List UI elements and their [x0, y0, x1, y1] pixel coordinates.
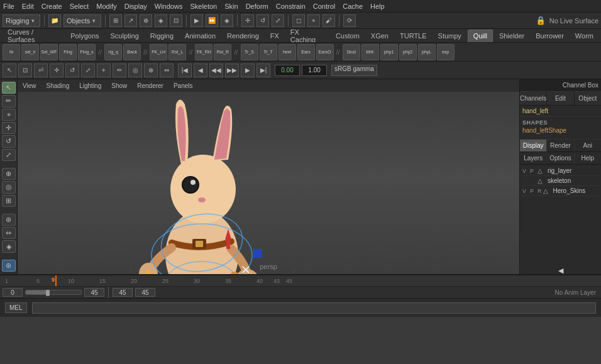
paint-tool-btn[interactable]: ✏	[113, 63, 126, 77]
shelf-studio-i[interactable]: Stud	[343, 44, 360, 60]
vp-menu-view[interactable]: View	[20, 82, 39, 90]
color-mode-btn[interactable]: sRGB gamma	[331, 65, 377, 76]
snap-view-btn[interactable]: ⊡	[170, 14, 182, 27]
opt-tab-options[interactable]: Options	[547, 152, 574, 164]
tab-fx[interactable]: FX	[265, 30, 284, 42]
mirror-btn-left[interactable]: ⇔	[2, 227, 16, 239]
move-mode-btn-left[interactable]: ✛	[2, 122, 16, 134]
shelf-fingers-sel[interactable]: Fing_s	[78, 44, 96, 60]
rotate-tool-btn-2[interactable]: ↺	[65, 63, 79, 77]
snap-btn-left[interactable]: ⊞	[2, 195, 16, 207]
shelf-trans-s[interactable]: Tr_S	[241, 44, 258, 60]
shelf-hi[interactable]: hi	[3, 44, 20, 60]
opt-tab-layers[interactable]: Layers	[520, 152, 547, 164]
menu-skeleton[interactable]: Skeleton	[190, 3, 217, 10]
menu-cache[interactable]: Cache	[343, 3, 363, 10]
snap-curve-btn[interactable]: ↗	[124, 14, 137, 27]
soft-sel-btn-left[interactable]: ◎	[2, 181, 16, 193]
scale-tool-btn-2[interactable]: ⤢	[81, 63, 95, 77]
pivot-btn-left[interactable]: ⊛	[2, 214, 16, 226]
menu-display[interactable]: Display	[124, 3, 147, 10]
render-btn[interactable]: ▶	[190, 14, 203, 27]
menu-modify[interactable]: Modify	[96, 3, 116, 10]
tab-fx-caching[interactable]: FX Caching	[285, 30, 329, 42]
anim-scale-input[interactable]	[302, 65, 327, 76]
shelf-ears[interactable]: Ears	[297, 44, 315, 60]
timeline-start-input[interactable]	[3, 288, 23, 297]
shelf-sel-wf[interactable]: Sel_WF	[40, 44, 58, 60]
play-start-btn[interactable]: |◀	[178, 63, 192, 77]
menu-select[interactable]: Select	[70, 3, 89, 10]
shelf-phy2[interactable]: phy2	[399, 44, 417, 60]
shelf-mr-klee[interactable]: MrK	[361, 44, 379, 60]
menu-edit[interactable]: Edit	[22, 3, 34, 10]
snap-surface-btn[interactable]: ◈	[155, 14, 167, 27]
shelf-ears-old[interactable]: EarsO	[316, 44, 334, 60]
pivot-btn[interactable]: ⊕	[144, 63, 158, 77]
disp-tab-ani[interactable]: Ani	[575, 140, 601, 152]
opt-tab-help[interactable]: Help	[575, 152, 601, 164]
move-tool-btn[interactable]: ✛	[50, 63, 63, 77]
tab-custom[interactable]: Custom	[331, 30, 365, 42]
tab-turtle[interactable]: TURTLE	[395, 30, 432, 42]
timeline-range-end-input[interactable]	[135, 288, 155, 297]
current-time-input[interactable]	[275, 65, 300, 76]
play-next-btn[interactable]: ▶	[241, 63, 255, 77]
vp-menu-renderer[interactable]: Renderer	[135, 82, 166, 90]
render-seq-btn[interactable]: ⏩	[206, 14, 218, 27]
shelf-reset-li[interactable]: Rst_L	[168, 44, 186, 60]
lasso-tool-btn[interactable]: ⌖	[97, 63, 111, 77]
soft-sel-btn[interactable]: ◎	[128, 63, 142, 77]
rotate-mode-btn-left[interactable]: ↺	[2, 135, 16, 147]
shelf-fingers[interactable]: Fing	[59, 44, 77, 60]
transform-tool-btn[interactable]: ✛	[241, 14, 254, 27]
shelf-backpack[interactable]: Back	[123, 44, 141, 60]
play-prev-btn[interactable]: ◀	[194, 63, 207, 77]
tab-animation[interactable]: Animation	[180, 30, 221, 42]
snap-point-btn[interactable]: ⊕	[140, 14, 152, 27]
shelf-trans-t[interactable]: Tr_T	[260, 44, 277, 60]
tab-channels[interactable]: Channels	[520, 92, 547, 105]
scale-mode-btn-left[interactable]: ⤢	[2, 149, 16, 161]
key-all-btn[interactable]: ⊡	[18, 63, 32, 77]
rotate-tool-btn[interactable]: ↺	[256, 14, 269, 27]
play-forward-btn[interactable]: ▶▶	[225, 63, 239, 77]
disp-tab-display[interactable]: Display	[520, 140, 547, 152]
play-end-btn[interactable]: ▶|	[256, 63, 270, 77]
objects-dropdown[interactable]: Objects	[63, 14, 101, 27]
menu-deform[interactable]: Deform	[246, 3, 268, 10]
shelf-fk-rhar[interactable]: FK_RH	[195, 44, 212, 60]
mel-toggle-btn[interactable]: MEL	[5, 302, 27, 313]
tab-rigging[interactable]: Rigging	[145, 30, 179, 42]
shelf-select-ri[interactable]: sel_ri	[21, 44, 39, 60]
layer-item-hero-skins[interactable]: V P R △ Hero_Skins	[521, 186, 600, 196]
scale-tool-btn[interactable]: ⤢	[272, 14, 284, 27]
menu-constrain[interactable]: Constrain	[276, 3, 306, 10]
vp-menu-panels[interactable]: Panels	[171, 82, 196, 90]
vp-menu-lighting[interactable]: Lighting	[77, 82, 104, 90]
tab-sculpting[interactable]: Sculpting	[106, 30, 144, 42]
menu-skin[interactable]: Skin	[224, 3, 238, 10]
menu-create[interactable]: Create	[41, 3, 62, 10]
shelf-heel-rol[interactable]: heel	[278, 44, 296, 60]
tab-rendering[interactable]: Rendering	[222, 30, 264, 42]
tab-shielder[interactable]: Shielder	[494, 30, 529, 42]
shelf-phy1[interactable]: phy1	[380, 44, 398, 60]
menu-file[interactable]: File	[3, 3, 14, 10]
tab-object[interactable]: Object	[575, 92, 601, 105]
tab-burrower[interactable]: Burrower	[531, 30, 569, 42]
tab-polygons[interactable]: Polygons	[65, 30, 104, 42]
vp-menu-shading[interactable]: Shading	[44, 82, 72, 90]
workspace-dropdown[interactable]: Rigging	[3, 14, 40, 27]
lasso-btn[interactable]: ⌖	[307, 14, 320, 27]
shelf-phyloo[interactable]: phyL	[418, 44, 436, 60]
timeline-range[interactable]	[25, 290, 82, 295]
ipr-btn[interactable]: ◈	[221, 14, 233, 27]
tab-edit[interactable]: Edit	[547, 92, 574, 105]
snap-grid-btn[interactable]: ⊞	[109, 14, 122, 27]
timeline-bar[interactable]: 1 5 10 15 20 25 30 35 40 43 45 9	[0, 275, 601, 287]
command-input[interactable]	[32, 302, 596, 314]
tab-quill[interactable]: Quill	[468, 30, 493, 42]
rigging-special-btn[interactable]: ⊛	[2, 260, 16, 272]
tab-worm[interactable]: Worm	[570, 30, 598, 42]
